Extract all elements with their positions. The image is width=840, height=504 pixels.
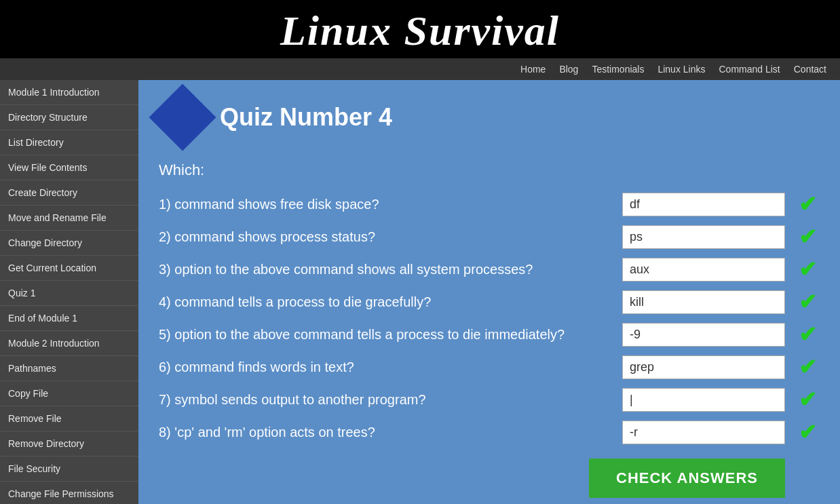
sidebar-module1-intro[interactable]: Module 1 Introduction: [0, 80, 138, 105]
which-label: Which:: [159, 161, 820, 179]
quiz-title: Quiz Number 4: [220, 103, 392, 132]
question-row-4: 4) command tells a process to die gracef…: [159, 289, 820, 315]
site-title: Linux Survival: [0, 7, 840, 55]
question-text-7: 7) symbol sends output to another progra…: [159, 392, 612, 408]
sidebar-module2-intro[interactable]: Module 2 Introduction: [0, 331, 138, 356]
answer-input-8[interactable]: [622, 421, 785, 444]
sidebar-quiz1[interactable]: Quiz 1: [0, 281, 138, 306]
sidebar-get-current-location[interactable]: Get Current Location: [0, 256, 138, 281]
question-text-4: 4) command tells a process to die gracef…: [159, 294, 612, 310]
site-header: Linux Survival: [0, 0, 840, 58]
check-answers-button[interactable]: CHECK ANSWERS: [589, 459, 785, 498]
nav-home[interactable]: Home: [520, 64, 546, 75]
sidebar-change-directory[interactable]: Change Directory: [0, 231, 138, 256]
answer-input-6[interactable]: [622, 355, 785, 379]
question-text-6: 6) command finds words in text?: [159, 360, 612, 375]
sidebar-view-file-contents[interactable]: View File Contents: [0, 155, 138, 180]
sidebar-change-file-permissions[interactable]: Change File Permissions: [0, 482, 138, 504]
nav-linux-links[interactable]: Linux Links: [657, 64, 705, 75]
checkmark-1: ✔: [795, 191, 820, 217]
diamond-icon: [149, 84, 216, 151]
sidebar-directory-structure[interactable]: Directory Structure: [0, 105, 138, 130]
questions-grid: 1) command shows free disk space?✔2) com…: [159, 191, 820, 445]
answer-input-5[interactable]: [622, 323, 785, 347]
answer-input-2[interactable]: [622, 225, 785, 249]
answer-input-7[interactable]: [622, 388, 785, 412]
question-row-6: 6) command finds words in text?✔: [159, 354, 820, 380]
sidebar: Module 1 IntroductionDirectory Structure…: [0, 80, 138, 504]
sidebar-file-security[interactable]: File Security: [0, 457, 138, 482]
checkmark-6: ✔: [795, 354, 820, 380]
checkmark-2: ✔: [795, 224, 820, 250]
nav-command-list[interactable]: Command List: [719, 64, 780, 75]
question-row-1: 1) command shows free disk space?✔: [159, 191, 820, 217]
sidebar-list-directory[interactable]: List Directory: [0, 130, 138, 155]
question-text-5: 5) option to the above command tells a p…: [159, 327, 612, 343]
checkmark-7: ✔: [795, 387, 820, 412]
navbar: HomeBlogTestimonialsLinux LinksCommand L…: [0, 58, 840, 80]
quiz-header: Quiz Number 4: [159, 94, 820, 141]
checkmark-8: ✔: [795, 419, 820, 445]
question-text-8: 8) 'cp' and 'rm' option acts on trees?: [159, 425, 612, 440]
question-text-3: 3) option to the above command shows all…: [159, 262, 612, 277]
sidebar-copy-file[interactable]: Copy File: [0, 381, 138, 406]
sidebar-end-module1[interactable]: End of Module 1: [0, 306, 138, 331]
sidebar-move-rename-file[interactable]: Move and Rename File: [0, 206, 138, 231]
question-row-3: 3) option to the above command shows all…: [159, 256, 820, 282]
question-row-5: 5) option to the above command tells a p…: [159, 322, 820, 347]
sidebar-create-directory[interactable]: Create Directory: [0, 180, 138, 206]
sidebar-remove-file[interactable]: Remove File: [0, 406, 138, 431]
question-text-1: 1) command shows free disk space?: [159, 197, 612, 212]
checkmark-3: ✔: [795, 256, 820, 282]
checkmark-5: ✔: [795, 322, 820, 347]
main-content: Quiz Number 4 Which: 1) command shows fr…: [138, 80, 840, 504]
sidebar-pathnames[interactable]: Pathnames: [0, 356, 138, 381]
answer-input-1[interactable]: [622, 193, 785, 216]
question-row-2: 2) command shows process status?✔: [159, 224, 820, 250]
nav-blog[interactable]: Blog: [559, 64, 578, 75]
sidebar-remove-directory[interactable]: Remove Directory: [0, 431, 138, 457]
question-row-8: 8) 'cp' and 'rm' option acts on trees?✔: [159, 419, 820, 445]
question-text-2: 2) command shows process status?: [159, 229, 612, 245]
layout: Module 1 IntroductionDirectory Structure…: [0, 80, 840, 504]
nav-testimonials[interactable]: Testimonials: [592, 64, 644, 75]
answer-input-4[interactable]: [622, 290, 785, 314]
check-answers-row: CHECK ANSWERS: [159, 459, 820, 498]
checkmark-4: ✔: [795, 289, 820, 315]
question-row-7: 7) symbol sends output to another progra…: [159, 387, 820, 412]
nav-contact[interactable]: Contact: [794, 64, 826, 75]
answer-input-3[interactable]: [622, 258, 785, 282]
